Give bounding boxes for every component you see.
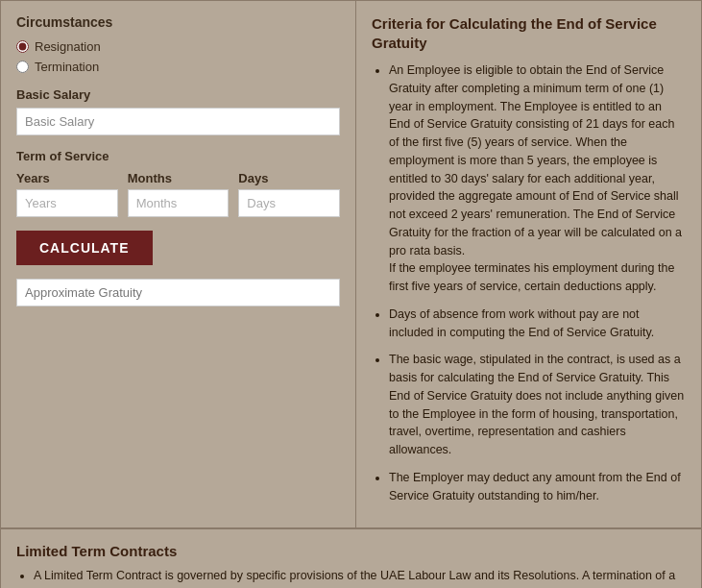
criteria-item-4: The Employer may deduct any amount from … — [389, 469, 686, 505]
term-fields: Years Months Days — [16, 171, 340, 217]
circumstances-title: Circumstances — [16, 14, 340, 30]
years-label: Years — [16, 171, 118, 185]
days-group: Days — [238, 171, 340, 217]
limited-term-item: A Limited Term Contract is governed by s… — [34, 567, 686, 588]
limited-term-list: A Limited Term Contract is governed by s… — [16, 567, 686, 588]
termination-radio-item[interactable]: Termination — [16, 60, 340, 74]
termination-label: Termination — [35, 60, 99, 74]
limited-term-title: Limited Term Contracts — [16, 543, 686, 559]
months-label: Months — [128, 171, 230, 185]
left-panel: Circumstances Resignation Termination Ba… — [1, 1, 356, 527]
basic-salary-label: Basic Salary — [16, 87, 340, 102]
months-group: Months — [128, 171, 230, 217]
criteria-item-1: An Employee is eligible to obtain the En… — [389, 61, 686, 296]
days-label: Days — [238, 171, 340, 185]
years-group: Years — [16, 171, 118, 217]
main-container: Circumstances Resignation Termination Ba… — [0, 0, 702, 588]
limited-term-text: A Limited Term Contract is governed by s… — [34, 569, 675, 588]
months-input[interactable] — [128, 189, 230, 217]
termination-radio[interactable] — [16, 61, 29, 73]
years-input[interactable] — [16, 189, 118, 217]
criteria-title: Criteria for Calculating the End of Serv… — [372, 14, 686, 52]
criteria-item-2: Days of absence from work without pay ar… — [389, 306, 686, 342]
term-of-service-label: Term of Service — [16, 149, 340, 163]
resignation-radio-item[interactable]: Resignation — [16, 39, 340, 54]
bottom-section: Limited Term Contracts A Limited Term Co… — [1, 528, 701, 588]
criteria-list: An Employee is eligible to obtain the En… — [372, 61, 686, 504]
resignation-label: Resignation — [35, 39, 101, 54]
resignation-radio[interactable] — [16, 40, 29, 53]
calculate-button[interactable]: CALCULATE — [16, 231, 153, 265]
days-input[interactable] — [238, 189, 340, 217]
basic-salary-input[interactable] — [16, 108, 340, 135]
right-panel: Criteria for Calculating the End of Serv… — [356, 1, 701, 527]
criteria-item-3: The basic wage, stipulated in the contra… — [389, 351, 686, 459]
result-field — [16, 279, 340, 306]
radio-group: Resignation Termination — [16, 39, 340, 74]
top-section: Circumstances Resignation Termination Ba… — [1, 1, 701, 528]
